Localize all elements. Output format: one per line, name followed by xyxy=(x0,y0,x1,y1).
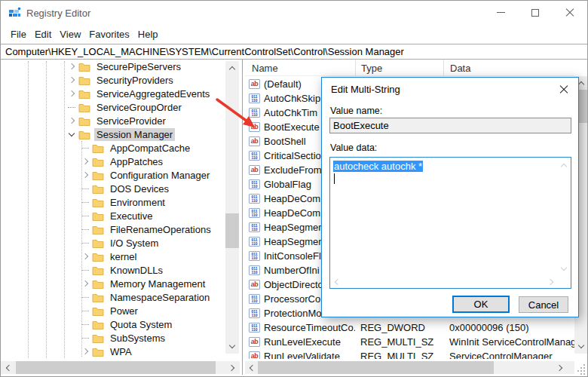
scroll-up-icon[interactable] xyxy=(578,80,584,86)
chevron-right-icon[interactable] xyxy=(66,74,78,86)
tree-item-filerenameoperations[interactable]: FileRenameOperations xyxy=(1,222,225,236)
folder-icon xyxy=(78,75,90,85)
column-header-type[interactable]: Type xyxy=(355,60,443,76)
chevron-right-icon[interactable] xyxy=(66,60,78,72)
menu-favorites[interactable]: Favorites xyxy=(88,27,130,41)
tree-item-label: Session Manager xyxy=(94,128,175,141)
dialog-close-icon[interactable] xyxy=(557,83,571,97)
ok-button[interactable]: OK xyxy=(452,296,510,313)
value-name-field[interactable] xyxy=(329,118,571,133)
tree-item-subsystems[interactable]: SubSystems xyxy=(1,331,225,345)
tree-connector xyxy=(79,318,92,330)
folder-icon xyxy=(78,130,90,139)
value-type-icon xyxy=(249,280,260,290)
tree-horizontal-scrollbar[interactable] xyxy=(1,361,240,374)
close-button[interactable] xyxy=(553,1,587,24)
value-type: REG_DWORD xyxy=(355,322,443,333)
folder-icon xyxy=(92,347,104,357)
tree-item-memory-management[interactable]: Memory Management xyxy=(1,277,225,290)
registry-editor-window: Registry Editor File Edit View Favorites… xyxy=(0,0,588,377)
folder-icon xyxy=(78,62,90,72)
value-data: ServiceControlManager xyxy=(443,351,574,359)
resize-grip[interactable] xyxy=(576,363,586,373)
tree-item-serviceprovider[interactable]: ServiceProvider xyxy=(1,114,225,127)
column-header-name[interactable]: Name xyxy=(245,60,355,76)
tree-item-environment[interactable]: Environment xyxy=(1,195,225,209)
scroll-down-icon[interactable] xyxy=(578,343,584,349)
value-data-textarea[interactable]: autocheck autochk * xyxy=(329,157,571,289)
chevron-right-icon[interactable] xyxy=(79,169,92,181)
chevron-right-icon[interactable] xyxy=(66,87,78,100)
value-row-resourcetimeoutcount[interactable]: ResourceTimeoutCo...REG_DWORD0x00000096 … xyxy=(245,320,574,335)
menu-view[interactable]: View xyxy=(59,27,81,41)
tree-item-quota-system[interactable]: Quota System xyxy=(1,317,225,331)
maximize-button[interactable] xyxy=(518,1,553,24)
dialog-title-bar: Edit Multi-String xyxy=(322,78,578,100)
tree-item-securepipeservers[interactable]: SecurePipeServers xyxy=(1,60,225,73)
folder-icon xyxy=(78,89,90,99)
chevron-right-icon[interactable] xyxy=(79,277,92,290)
scroll-right-icon[interactable] xyxy=(548,279,554,285)
tree-item-servicegrouporder[interactable]: ServiceGroupOrder xyxy=(1,100,225,114)
tree-item-io-system[interactable]: I/O System xyxy=(1,236,225,250)
tree-item-knowndlls[interactable]: KnownDLLs xyxy=(1,263,225,277)
tree-item-kernel[interactable]: kernel xyxy=(1,250,225,263)
value-name: AutoChkTim xyxy=(264,107,317,118)
tree-item-securityproviders[interactable]: SecurityProviders xyxy=(1,73,225,87)
scroll-up-icon[interactable] xyxy=(561,162,567,168)
scroll-left-icon[interactable] xyxy=(248,365,254,371)
menu-edit[interactable]: Edit xyxy=(34,27,52,41)
scroll-right-icon[interactable] xyxy=(557,365,563,371)
tree-item-label: Quota System xyxy=(108,318,174,331)
column-header-data[interactable]: Data xyxy=(443,60,574,76)
scroll-up-icon[interactable] xyxy=(229,65,235,71)
tree-item-apppatches[interactable]: AppPatches xyxy=(1,155,225,168)
tree-item-label: AppCompatCache xyxy=(108,142,192,155)
value-name: BootExecute xyxy=(264,121,320,133)
value-name: HeapDeCom xyxy=(264,207,320,219)
scrollbar-thumb[interactable] xyxy=(258,361,494,374)
value-type-icon xyxy=(249,337,260,347)
tree-connector xyxy=(79,305,92,317)
tree-item-label: SecurePipeServers xyxy=(94,60,183,73)
value-name: NumberOfIni xyxy=(264,265,320,276)
chevron-right-icon[interactable] xyxy=(66,115,78,127)
menu-help[interactable]: Help xyxy=(137,27,159,41)
scroll-left-icon[interactable] xyxy=(5,365,11,371)
folder-icon xyxy=(78,103,90,112)
chevron-down-icon[interactable] xyxy=(66,128,78,140)
chevron-right-icon[interactable] xyxy=(79,345,92,357)
tree-item-serviceaggregatedevents[interactable]: ServiceAggregatedEvents xyxy=(1,87,225,100)
tree-item-namespaceseparation[interactable]: NamespaceSeparation xyxy=(1,290,225,304)
list-horizontal-scrollbar[interactable] xyxy=(245,361,574,374)
tree-item-wpa[interactable]: WPA xyxy=(1,345,225,358)
value-row-runlevelvalidate[interactable]: RunLevelValidateREG_MULTI_SZServiceContr… xyxy=(245,349,574,359)
value-type-icon xyxy=(249,237,260,247)
scroll-right-icon[interactable] xyxy=(229,365,235,371)
tree-item-label: WPA xyxy=(108,345,134,358)
tree-item-dos-devices[interactable]: DOS Devices xyxy=(1,182,225,195)
value-name: HeapDeCom xyxy=(264,193,320,204)
scroll-down-icon[interactable] xyxy=(229,343,235,349)
address-bar[interactable] xyxy=(1,44,588,60)
tree-connector xyxy=(79,210,92,222)
tree-item-configuration-manager[interactable]: Configuration Manager xyxy=(1,168,225,182)
tree-item-label: ServiceGroupOrder xyxy=(94,101,184,114)
tree-item-executive[interactable]: Executive xyxy=(1,209,225,222)
scrollbar-thumb[interactable] xyxy=(225,213,239,248)
chevron-right-icon[interactable] xyxy=(79,155,92,167)
tree-item-session-manager[interactable]: Session Manager xyxy=(1,127,225,141)
scroll-down-icon[interactable] xyxy=(561,265,567,271)
value-type-icon xyxy=(249,265,260,275)
tree-item-power[interactable]: Power xyxy=(1,304,225,317)
scrollbar-thumb[interactable] xyxy=(16,361,216,374)
value-name: HeapSegmen xyxy=(264,222,324,233)
cancel-button[interactable]: Cancel xyxy=(519,296,568,313)
value-row-runlevelexecute[interactable]: RunLevelExecuteREG_MULTI_SZWinInit Servi… xyxy=(245,335,574,349)
minimize-button[interactable] xyxy=(483,1,518,24)
menu-file[interactable]: File xyxy=(10,27,27,41)
tree-item-appcompatcache[interactable]: AppCompatCache xyxy=(1,141,225,155)
value-type-icon xyxy=(249,179,260,189)
chevron-right-icon[interactable] xyxy=(79,250,92,262)
scroll-left-icon[interactable] xyxy=(333,279,339,285)
